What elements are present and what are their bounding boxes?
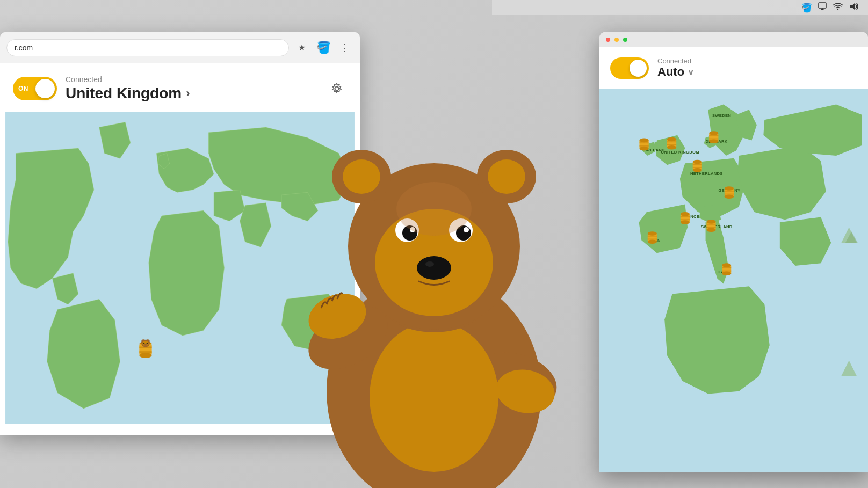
- desktop-app: Connected Auto ∨: [599, 32, 868, 472]
- vpn-header-left: ON Connected United Kingdom ›: [0, 63, 360, 112]
- svg-point-12: [143, 343, 144, 344]
- svg-rect-40: [693, 167, 702, 168]
- svg-text:SWITZERLAND: SWITZERLAND: [701, 224, 733, 229]
- svg-point-91: [425, 261, 434, 267]
- desktop-status: Connected Auto ∨: [657, 57, 857, 79]
- desktop-location-text: Auto: [657, 65, 684, 79]
- toggle-thumb-right: [630, 60, 647, 77]
- desktop-map-svg: IRELAND UNITED KINGDOM NETHERLANDS SWEDE…: [599, 89, 868, 472]
- svg-rect-35: [667, 144, 676, 145]
- svg-rect-34: [667, 141, 676, 142]
- volume-icon[interactable]: [849, 2, 859, 13]
- location-chevron: ›: [186, 86, 190, 100]
- menu-dots-icon: ⋮: [340, 42, 350, 54]
- svg-rect-65: [722, 271, 731, 272]
- address-bar[interactable]: r.com: [6, 39, 289, 56]
- vpn-extension-icon[interactable]: 🪣: [315, 39, 332, 56]
- svg-point-5: [139, 353, 151, 358]
- gear-icon: [331, 83, 343, 94]
- chrome-menu-button[interactable]: ⋮: [336, 39, 353, 56]
- svg-point-47: [725, 186, 734, 191]
- map-barrel-left: [139, 339, 151, 358]
- svg-point-57: [706, 220, 715, 224]
- svg-text:NETHERLANDS: NETHERLANDS: [690, 171, 723, 176]
- svg-point-27: [639, 139, 648, 143]
- svg-point-53: [681, 220, 690, 224]
- wifi-icon[interactable]: [833, 2, 843, 13]
- svg-point-63: [722, 272, 731, 276]
- close-dot[interactable]: [606, 38, 610, 42]
- svg-point-80: [343, 159, 380, 194]
- svg-point-76: [370, 322, 498, 472]
- svg-point-42: [709, 131, 718, 135]
- system-menu-bar: 🪣: [492, 0, 868, 15]
- svg-rect-55: [681, 219, 690, 220]
- vpn-location-left[interactable]: United Kingdom ›: [66, 85, 318, 102]
- svg-rect-59: [706, 224, 715, 225]
- browser-toolbar: r.com ★ 🪣 ⋮: [0, 32, 360, 63]
- svg-point-13: [147, 343, 148, 344]
- svg-point-48: [725, 194, 734, 199]
- svg-point-58: [706, 228, 715, 232]
- bookmark-button[interactable]: ★: [293, 39, 310, 56]
- svg-rect-0: [819, 3, 826, 8]
- svg-point-28: [639, 147, 648, 151]
- svg-point-68: [648, 239, 657, 244]
- desktop-location[interactable]: Auto ∨: [657, 65, 857, 79]
- svg-point-1: [335, 87, 339, 91]
- airplay-icon[interactable]: [818, 2, 827, 13]
- svg-rect-44: [709, 135, 718, 136]
- desktop-header: Connected Auto ∨: [599, 47, 868, 89]
- svg-rect-39: [693, 164, 702, 165]
- bear-svg: [284, 112, 584, 488]
- svg-rect-60: [706, 227, 715, 228]
- svg-point-62: [722, 263, 731, 267]
- vpn-toggle-right[interactable]: [610, 57, 649, 79]
- svg-text:UNITED KINGDOM: UNITED KINGDOM: [661, 150, 699, 155]
- svg-point-43: [709, 139, 718, 143]
- svg-point-90: [417, 256, 451, 280]
- svg-rect-7: [139, 351, 151, 353]
- vpn-connected-label: Connected: [66, 75, 318, 84]
- star-icon: ★: [298, 42, 306, 53]
- svg-point-82: [488, 159, 525, 194]
- svg-point-92: [396, 182, 472, 236]
- svg-point-37: [693, 160, 702, 164]
- toggle-thumb: [35, 79, 55, 98]
- vpn-status-left: Connected United Kingdom ›: [66, 75, 318, 102]
- desktop-map: IRELAND UNITED KINGDOM NETHERLANDS SWEDE…: [599, 89, 868, 472]
- svg-rect-45: [709, 139, 718, 140]
- svg-point-14: [144, 344, 147, 346]
- svg-rect-70: [648, 239, 657, 240]
- minimize-dot[interactable]: [614, 38, 619, 42]
- toggle-on-label: ON: [18, 85, 28, 92]
- svg-rect-49: [725, 191, 734, 192]
- svg-rect-50: [725, 194, 734, 195]
- svg-point-33: [667, 145, 676, 150]
- svg-point-32: [667, 137, 676, 142]
- desktop-title-bar: [599, 32, 868, 47]
- svg-rect-29: [639, 142, 648, 143]
- desktop-chevron: ∨: [688, 67, 694, 77]
- vpn-location-text: United Kingdom: [66, 85, 182, 102]
- svg-point-52: [681, 212, 690, 216]
- svg-rect-30: [639, 145, 648, 147]
- svg-text:SWEDEN: SWEDEN: [712, 113, 731, 118]
- svg-rect-54: [681, 216, 690, 217]
- settings-button[interactable]: [327, 78, 347, 99]
- maximize-dot[interactable]: [623, 38, 627, 42]
- svg-point-89: [464, 227, 469, 232]
- vpn-toggle-left[interactable]: ON: [13, 77, 57, 100]
- svg-rect-64: [722, 267, 731, 268]
- bear-character: [284, 112, 584, 488]
- svg-rect-69: [648, 236, 657, 237]
- vpn-menubar-icon[interactable]: 🪣: [801, 3, 812, 13]
- svg-point-38: [693, 168, 702, 172]
- desktop-connected-label: Connected: [657, 57, 857, 65]
- address-text: r.com: [15, 43, 33, 52]
- svg-point-67: [648, 231, 657, 236]
